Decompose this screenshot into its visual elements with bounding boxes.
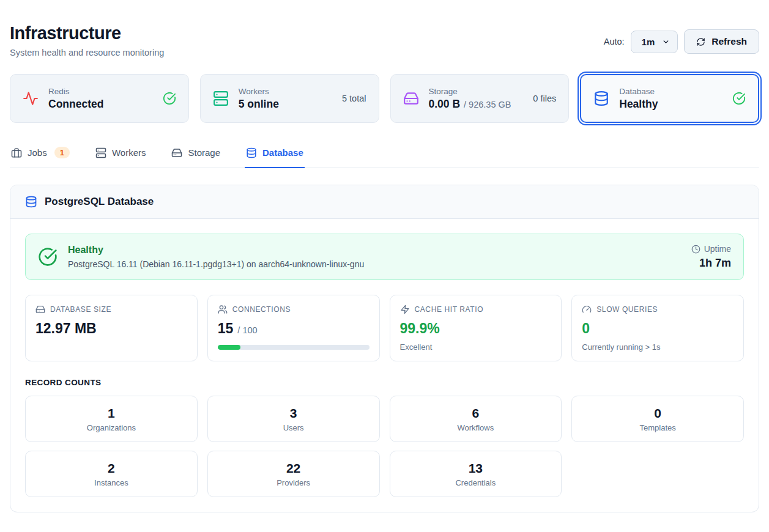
tab-label: Jobs — [28, 147, 47, 158]
record-count-label: Templates — [640, 423, 676, 432]
metric-value: 12.97 MB — [35, 320, 97, 337]
record-count-label: Workflows — [458, 423, 494, 432]
record-count-card-instances: 2 Instances — [25, 451, 198, 497]
metric-label: SLOW QUERIES — [596, 305, 658, 314]
status-card-workers[interactable]: Workers 5 online 5 total — [200, 74, 379, 123]
progress-bar — [218, 345, 370, 350]
status-card-redis[interactable]: Redis Connected — [10, 74, 189, 123]
infrastructure-page: Infrastructure System health and resourc… — [0, 0, 769, 522]
page-subtitle: System health and resource monitoring — [10, 48, 164, 57]
status-card-label: Database — [619, 87, 723, 96]
tab-bar: Jobs 1 Workers Storage Database — [10, 142, 759, 168]
record-count-value: 6 — [472, 406, 480, 421]
health-banner: Healthy PostgreSQL 16.11 (Debian 16.11-1… — [25, 234, 744, 280]
metric-value: 0 — [582, 320, 590, 337]
status-card-value: Healthy — [619, 98, 723, 111]
page-title: Infrastructure — [10, 23, 164, 43]
record-count-card-workflows: 6 Workflows — [390, 396, 562, 442]
metric-value: 99.9% — [400, 320, 440, 337]
database-version: PostgreSQL 16.11 (Debian 16.11-1.pgdg13+… — [68, 259, 681, 269]
record-count-value: 2 — [108, 461, 115, 476]
record-count-label: Users — [283, 423, 304, 432]
server-icon — [213, 91, 229, 106]
database-icon — [246, 147, 257, 158]
record-count-card-users: 3 Users — [207, 396, 380, 442]
tab-jobs[interactable]: Jobs 1 — [10, 142, 71, 168]
metric-subtext: Currently running > 1s — [582, 342, 734, 352]
tab-workers[interactable]: Workers — [94, 142, 147, 168]
uptime-label: Uptime — [704, 244, 731, 254]
page-title-block: Infrastructure System health and resourc… — [10, 23, 164, 57]
database-icon — [25, 196, 37, 208]
panel-body: Healthy PostgreSQL 16.11 (Debian 16.11-1… — [10, 219, 759, 512]
metric-label: CACHE HIT RATIO — [415, 305, 484, 314]
record-count-value: 1 — [108, 406, 115, 421]
refresh-button-label: Refresh — [711, 36, 747, 47]
record-counts-title: RECORD COUNTS — [25, 378, 744, 387]
record-count-label: Credentials — [455, 478, 496, 487]
record-count-label: Providers — [277, 478, 310, 487]
refresh-controls: Auto: 1m Refresh — [604, 29, 759, 54]
record-count-value: 22 — [286, 461, 300, 476]
tab-storage[interactable]: Storage — [170, 142, 221, 168]
auto-interval-select[interactable]: 1m — [631, 31, 678, 53]
record-count-cards: 1 Organizations 3 Users 6 Workflows 0 Te… — [25, 396, 744, 497]
check-circle-icon — [163, 92, 176, 105]
record-count-value: 13 — [469, 461, 483, 476]
status-cards: Redis Connected Workers 5 online 5 total… — [10, 74, 759, 123]
tab-label: Storage — [188, 147, 220, 158]
metric-card-slow-queries: SLOW QUERIES 0 Currently running > 1s — [571, 295, 744, 361]
record-count-card-organizations: 1 Organizations — [25, 396, 198, 442]
panel-title: PostgreSQL Database — [45, 196, 154, 208]
refresh-button[interactable]: Refresh — [684, 29, 759, 54]
status-card-meta: 0 files — [533, 94, 556, 103]
auto-interval-value: 1m — [642, 37, 655, 47]
health-text: Healthy PostgreSQL 16.11 (Debian 16.11-1… — [68, 245, 681, 269]
status-card-value: 0.00 B/ 926.35 GB — [429, 98, 524, 111]
tab-label: Database — [262, 147, 303, 158]
server-icon — [95, 147, 106, 158]
chevron-down-icon — [662, 38, 670, 46]
hard-drive-icon — [403, 91, 419, 106]
health-status: Healthy — [68, 245, 681, 256]
record-count-card-credentials: 13 Credentials — [390, 451, 562, 497]
gauge-icon — [582, 305, 592, 314]
tab-database[interactable]: Database — [245, 142, 305, 168]
auto-refresh-label: Auto: — [604, 37, 625, 46]
status-card-label: Storage — [429, 87, 524, 96]
record-count-label: Organizations — [87, 423, 136, 432]
refresh-icon — [696, 37, 705, 46]
tab-badge: 1 — [54, 147, 70, 158]
record-count-label: Instances — [94, 478, 128, 487]
check-circle-icon — [732, 92, 746, 105]
metric-label: DATABASE SIZE — [50, 305, 111, 314]
hard-drive-icon — [171, 147, 182, 158]
clock-icon — [691, 245, 700, 254]
check-circle-icon — [38, 247, 58, 267]
zap-icon — [400, 305, 410, 314]
metric-value-suffix: / 100 — [237, 325, 257, 335]
database-panel: PostgreSQL Database Healthy PostgreSQL 1… — [10, 185, 759, 512]
hard-drive-icon — [35, 305, 45, 314]
status-card-value: Connected — [48, 98, 153, 111]
users-icon — [218, 305, 228, 314]
record-count-value: 3 — [290, 406, 297, 421]
tab-label: Workers — [112, 147, 146, 158]
status-card-meta: 5 total — [342, 94, 366, 103]
metric-subtext: Excellent — [400, 342, 552, 352]
status-card-label: Workers — [239, 87, 332, 96]
briefcase-icon — [11, 147, 22, 158]
progress-bar-fill — [218, 345, 240, 350]
activity-icon — [23, 91, 39, 106]
panel-header: PostgreSQL Database — [10, 185, 759, 219]
status-card-database[interactable]: Database Healthy — [580, 74, 759, 123]
record-count-value: 0 — [654, 406, 661, 421]
status-card-label: Redis — [48, 87, 153, 96]
status-card-value: 5 online — [239, 98, 332, 111]
status-card-storage[interactable]: Storage 0.00 B/ 926.35 GB 0 files — [390, 74, 570, 123]
metric-label: CONNECTIONS — [232, 305, 291, 314]
metric-value: 15 — [218, 320, 234, 337]
uptime: Uptime 1h 7m — [691, 244, 731, 270]
page-header: Infrastructure System health and resourc… — [10, 23, 759, 57]
metric-cards: DATABASE SIZE 12.97 MB CONNECTIONS 15 / … — [25, 295, 744, 361]
